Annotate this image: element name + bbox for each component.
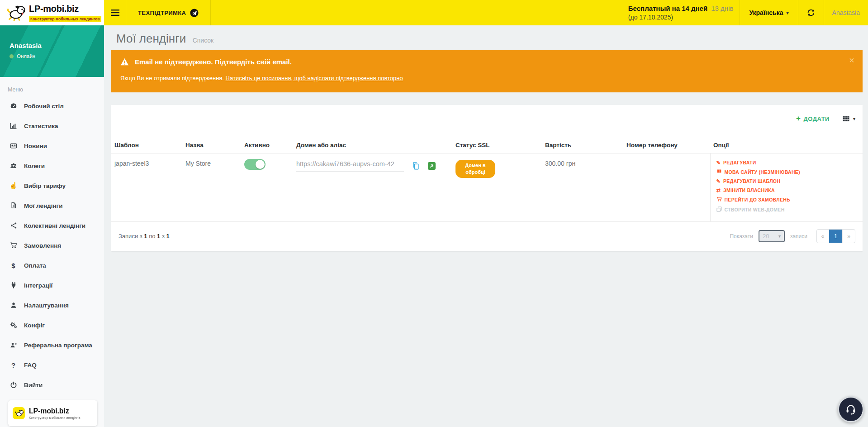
clone-icon — [716, 206, 722, 213]
sidebar-item-tariff[interactable]: ☝ Вибір тарифу — [0, 176, 104, 196]
top-header: LP-mobi.biz Конструктор мобильных лендин… — [0, 0, 868, 25]
table-header-row: Шаблон Назва Активно Домен або аліас Ста… — [111, 137, 863, 154]
sidebar: Anastasia Онлайн Меню Робочий стіл Стати… — [0, 25, 104, 427]
sidebar-item-label: Конфіг — [24, 322, 45, 329]
gears-icon — [9, 321, 18, 329]
hand-pointer-icon: ☝ — [9, 182, 18, 190]
sidebar-item-payment[interactable]: $ Оплата — [0, 255, 104, 275]
brand-logo[interactable]: LP-mobi.biz Конструктор мобильных лендин… — [0, 0, 104, 25]
dollar-icon: $ — [9, 262, 18, 269]
footer-brand-title: LP-mobi.biz — [29, 407, 81, 415]
support-chat-button[interactable] — [838, 396, 864, 422]
sidebar-item-statistics[interactable]: Статистика — [0, 116, 104, 136]
profile-name: Anastasia — [9, 42, 104, 49]
sidebar-item-config[interactable]: Конфіг — [0, 315, 104, 335]
sidebar-item-label: FAQ — [24, 362, 37, 369]
sidebar-item-dashboard[interactable]: Робочий стіл — [0, 96, 104, 116]
cart-icon — [716, 197, 722, 203]
page-1-button[interactable]: 1 — [829, 230, 843, 243]
refresh-button[interactable] — [798, 0, 824, 25]
sidebar-item-collective-landings[interactable]: Колективні лендінги — [0, 216, 104, 235]
domain-input[interactable] — [296, 160, 404, 172]
landings-table: Шаблон Назва Активно Домен або аліас Ста… — [111, 137, 863, 222]
page-title: Мої лендінги — [116, 32, 186, 45]
brand-title: LP-mobi.biz — [29, 4, 101, 14]
cell-phone — [623, 154, 710, 222]
records-info: Записи з 1 по 1 з 1 — [119, 233, 170, 240]
open-site-icon[interactable] — [428, 162, 436, 170]
prev-page-button[interactable]: « — [817, 230, 829, 243]
online-status-label: Онлайн — [17, 53, 35, 59]
cell-options: ✎ РЕДАГУВАТИ МОВА САЙТУ (НЕЗМІНЮВАНЕ) ✎ … — [710, 154, 863, 222]
sidebar-item-logout[interactable]: Вийти — [0, 375, 104, 395]
records-label: записи — [790, 233, 807, 240]
site-language-option[interactable]: МОВА САЙТУ (НЕЗМІНЮВАНЕ) — [716, 169, 859, 175]
table-row: japan-steel3 My Store — [111, 154, 863, 222]
sidebar-item-settings[interactable]: Налаштування — [0, 295, 104, 315]
create-web-domain-option: СТВОРИТИ WEB-ДОМЕН — [716, 206, 859, 213]
username-label: Anastasia — [832, 9, 860, 16]
language-label: Українська — [749, 9, 783, 16]
pagination: « 1 » — [816, 229, 855, 243]
tech-support-button[interactable]: ТЕХПІДТРИМКА — [126, 0, 211, 25]
alert-title-text: Email не підтверджено. Підтвердіть свій … — [135, 58, 292, 66]
plus-icon: + — [796, 114, 801, 123]
option-label: МОВА САЙТУ (НЕЗМІНЮВАНЕ) — [725, 169, 800, 175]
sidebar-item-orders[interactable]: Замовлення — [0, 235, 104, 255]
change-owner-option[interactable]: ⇄ ЗМІНИТИ ВЛАСНИКА — [716, 187, 859, 193]
page-size-select[interactable]: 20 ▾ — [759, 230, 785, 242]
active-toggle[interactable] — [244, 159, 266, 170]
close-icon[interactable]: × — [849, 56, 854, 65]
dog-logo-icon — [13, 407, 25, 419]
column-settings-button[interactable]: ▾ — [842, 115, 855, 122]
sidebar-item-my-landings[interactable]: Мої лендінги — [0, 196, 104, 216]
sidebar-item-integrations[interactable]: Інтеграції — [0, 275, 104, 295]
col-phone: Номер телефону — [623, 137, 710, 154]
go-to-orders-option[interactable]: ПЕРЕЙТИ ДО ЗАМОВЛЕНЬ — [716, 197, 859, 203]
sidebar-item-label: Замовлення — [24, 242, 61, 249]
cell-name: My Store — [182, 154, 241, 222]
sidebar-item-label: Вибір тарифу — [24, 182, 66, 189]
power-icon — [9, 381, 18, 389]
sidebar-item-label: Реферальна програма — [24, 342, 92, 349]
col-template: Шаблон — [111, 137, 182, 154]
dashboard-icon — [9, 102, 18, 110]
edit-template-option[interactable]: ✎ РЕДАГУВАТИ ШАБЛОН — [716, 178, 859, 184]
resend-confirmation-link[interactable]: Натисніть це посилання, щоб надіслати пі… — [226, 75, 403, 82]
sidebar-item-label: Колеги — [24, 163, 45, 169]
edit-option[interactable]: ✎ РЕДАГУВАТИ — [716, 160, 859, 165]
online-status-dot — [9, 54, 14, 58]
menu-toggle-button[interactable] — [104, 0, 126, 25]
email-warning-alert: Email не підтверджено. Підтвердіть свій … — [111, 50, 863, 92]
cart-icon — [9, 242, 18, 249]
table-grid-icon — [842, 115, 850, 122]
chevron-down-icon: ▾ — [786, 10, 788, 15]
add-landing-button[interactable]: + ДОДАТИ — [796, 114, 830, 123]
sidebar-item-label: Оплата — [24, 262, 46, 269]
sidebar-item-faq[interactable]: ? FAQ — [0, 355, 104, 375]
question-icon: ? — [9, 361, 18, 369]
next-page-button[interactable]: » — [843, 230, 855, 243]
language-selector[interactable]: Українська ▾ — [740, 0, 797, 25]
copy-domain-icon[interactable] — [412, 162, 420, 170]
page-size-value: 20 — [763, 233, 769, 240]
option-label: РЕДАГУВАТИ — [723, 160, 756, 165]
exchange-icon: ⇄ — [716, 188, 721, 193]
chevron-down-icon: ▾ — [853, 116, 855, 121]
warning-icon — [120, 58, 129, 66]
sidebar-item-label: Колективні лендінги — [24, 222, 85, 229]
user-menu-button[interactable]: Anastasia — [824, 0, 868, 25]
page-subtitle: Список — [193, 37, 214, 44]
page-header: Мої лендінги Список — [104, 25, 868, 46]
plug-icon — [9, 282, 18, 289]
sidebar-item-news[interactable]: Новини — [0, 136, 104, 156]
sidebar-item-label: Робочий стіл — [24, 103, 64, 110]
toggle-knob — [256, 160, 265, 169]
bar-chart-icon — [9, 122, 18, 130]
sidebar-item-colleagues[interactable]: Колеги — [0, 156, 104, 176]
sidebar-item-referral[interactable]: Реферальна програма — [0, 335, 104, 355]
hamburger-icon — [111, 10, 119, 16]
sidebar-brand-card[interactable]: LP-mobi.biz Конструктор мобільних лендін… — [8, 400, 97, 426]
refresh-icon — [807, 9, 815, 17]
option-label: ЗМІНИТИ ВЛАСНИКА — [723, 187, 775, 193]
